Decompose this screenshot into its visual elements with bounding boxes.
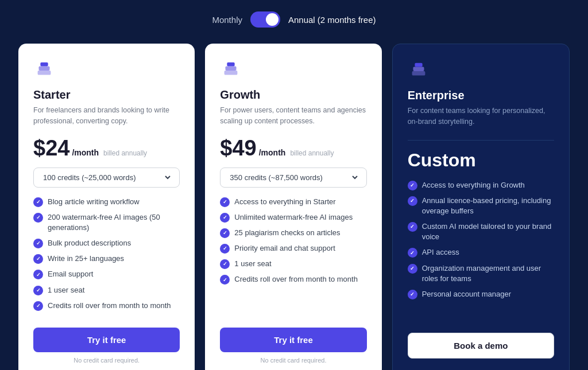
- enterprise-features: Access to everything in Growth Annual li…: [408, 180, 554, 322]
- feature-item: Email support: [33, 269, 180, 279]
- feature-item: Blog article writing workflow: [33, 197, 180, 207]
- feature-item: Access to everything in Starter: [220, 197, 366, 207]
- toggle-knob: [266, 13, 278, 26]
- enterprise-plan-desc: For content teams looking for personaliz…: [408, 106, 554, 127]
- plans-container: Starter For freelancers and brands looki…: [18, 44, 570, 370]
- check-icon: [220, 228, 230, 238]
- svg-rect-8: [415, 63, 422, 67]
- check-icon: [33, 301, 43, 311]
- check-icon: [408, 181, 417, 190]
- starter-card: Starter For freelancers and brands looki…: [18, 44, 195, 370]
- toggle-switch[interactable]: [250, 11, 280, 28]
- growth-billed: billed annually: [290, 149, 334, 157]
- svg-rect-7: [413, 67, 424, 71]
- enterprise-plan-name: Enterprise: [408, 89, 554, 102]
- growth-credits-selector[interactable]: 350 credits (~87,500 words) 500 credits …: [220, 168, 366, 188]
- svg-rect-6: [412, 71, 425, 76]
- starter-billed: billed annually: [103, 149, 147, 157]
- feature-item: Unlimited watermark-free AI images: [220, 212, 366, 223]
- feature-item: Priority email and chat support: [220, 243, 366, 254]
- check-icon: [408, 222, 417, 232]
- check-icon: [408, 290, 417, 299]
- starter-period: /month: [72, 148, 99, 157]
- growth-period: /month: [259, 148, 286, 157]
- feature-item: Custom AI model tailored to your brand v…: [408, 221, 554, 242]
- starter-credits-selector[interactable]: 100 credits (~25,000 words) 200 credits …: [33, 168, 180, 188]
- enterprise-card: Enterprise For content teams looking for…: [392, 44, 570, 370]
- enterprise-icon: [408, 60, 430, 82]
- check-icon: [220, 259, 230, 269]
- growth-price-row: $49 /month billed annually: [220, 136, 366, 165]
- check-icon: [408, 248, 417, 258]
- feature-item: Bulk product descriptions: [33, 238, 180, 248]
- growth-plan-desc: For power users, content teams and agenc…: [220, 105, 366, 127]
- monthly-label: Monthly: [212, 15, 242, 25]
- feature-item: 25 plagiarism checks on articles: [220, 228, 366, 238]
- feature-item: Credits roll over from month to month: [33, 301, 180, 311]
- growth-plan-name: Growth: [220, 88, 366, 102]
- feature-item: Organization management and user roles f…: [408, 263, 554, 284]
- svg-rect-4: [226, 66, 237, 71]
- feature-item: Credits roll over from month to month: [220, 274, 366, 285]
- check-icon: [33, 286, 43, 295]
- check-icon: [220, 213, 230, 223]
- starter-cta-button[interactable]: Try it free: [33, 328, 180, 352]
- svg-rect-0: [38, 71, 51, 75]
- annual-label: Annual (2 months free): [288, 15, 376, 25]
- feature-item: 200 watermark-free AI images (50 generat…: [33, 212, 180, 233]
- growth-price: $49: [220, 136, 256, 161]
- check-icon: [33, 254, 43, 264]
- starter-credits-select[interactable]: 100 credits (~25,000 words) 200 credits …: [41, 173, 172, 182]
- check-icon: [33, 270, 43, 279]
- feature-item: Annual licence-based pricing, including …: [408, 196, 554, 216]
- feature-item: Personal account manager: [408, 289, 554, 299]
- starter-plan-desc: For freelancers and brands looking to wr…: [33, 105, 180, 127]
- enterprise-custom-price: Custom: [408, 150, 554, 171]
- growth-credits-select[interactable]: 350 credits (~87,500 words) 500 credits …: [227, 173, 359, 182]
- starter-features: Blog article writing workflow 200 waterm…: [33, 197, 180, 317]
- check-icon: [33, 213, 43, 223]
- check-icon: [408, 196, 417, 206]
- check-icon: [33, 197, 43, 207]
- starter-no-cc: No credit card required.: [33, 357, 180, 364]
- feature-item: Access to everything in Growth: [408, 180, 554, 190]
- starter-price-row: $24 /month billed annually: [33, 136, 180, 165]
- starter-plan-name: Starter: [33, 88, 180, 102]
- growth-cta-button[interactable]: Try it free: [220, 328, 366, 352]
- starter-price: $24: [33, 136, 69, 161]
- svg-rect-2: [40, 63, 48, 67]
- svg-rect-5: [227, 63, 235, 67]
- check-icon: [220, 275, 230, 285]
- enterprise-cta-button[interactable]: Book a demo: [408, 333, 554, 359]
- feature-item: 1 user seat: [33, 285, 180, 295]
- check-icon: [408, 264, 417, 274]
- growth-no-cc: No credit card required.: [220, 357, 366, 364]
- growth-features: Access to everything in Starter Unlimite…: [220, 197, 366, 317]
- check-icon: [33, 239, 43, 248]
- growth-icon: [220, 60, 242, 81]
- check-icon: [220, 244, 230, 254]
- starter-icon: [33, 60, 55, 81]
- check-icon: [220, 197, 230, 207]
- feature-item: 1 user seat: [220, 259, 366, 269]
- svg-rect-3: [225, 71, 238, 75]
- svg-rect-1: [39, 66, 50, 71]
- feature-item: API access: [408, 247, 554, 258]
- billing-toggle-row: Monthly Annual (2 months free): [212, 11, 376, 28]
- enterprise-divider: [408, 140, 554, 141]
- growth-card: Growth For power users, content teams an…: [205, 44, 381, 370]
- feature-item: Write in 25+ languages: [33, 254, 180, 264]
